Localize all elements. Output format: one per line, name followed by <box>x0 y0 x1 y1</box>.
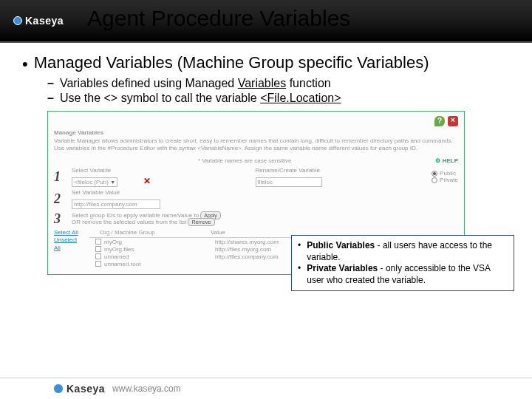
sub-bullets: – Variables defined using Managed Variab… <box>22 77 510 105</box>
public-radio[interactable] <box>432 171 437 177</box>
dash-icon: – <box>47 77 54 90</box>
or-label: OR remove the selected values from the l… <box>72 219 186 225</box>
row-checkbox[interactable] <box>95 246 101 252</box>
footer-url: www.kaseya.com <box>112 383 181 394</box>
select-variable-dropdown[interactable]: <fileloc (Pub) ▼ <box>72 177 117 187</box>
main-bullet: • Managed Variables (Machine Group speci… <box>22 53 510 74</box>
rename-label: Rename/Create Variable <box>256 167 426 174</box>
bullet-text: Managed Variables (Machine Group specifi… <box>34 53 429 74</box>
col-org: Org / Machine Group <box>100 229 211 236</box>
slide-title: Agent Procedure Variables <box>87 6 350 31</box>
step-num-2: 2 <box>54 191 66 207</box>
bullet-icon: • <box>298 263 301 286</box>
unselect-all-link[interactable]: Unselect All <box>54 236 83 252</box>
note-row: * Variable names are case sensitive ⚙ HE… <box>54 157 458 164</box>
case-note: * Variable names are case sensitive <box>198 157 292 164</box>
slide-footer: Kaseya www.kaseya.com <box>0 378 532 395</box>
apply-label: Select group IDs to apply variable name/… <box>72 212 199 219</box>
logo-icon <box>13 16 22 25</box>
step-1: 1 Select Variable <fileloc (Pub) ▼ ✕ Ren… <box>54 167 458 187</box>
delete-icon[interactable]: ✕ <box>143 176 151 186</box>
set-value-label: Set Variable Value <box>72 189 458 196</box>
callout-2: Private Variables - only accessible to t… <box>307 263 508 286</box>
step-num-3: 3 <box>54 211 66 227</box>
help-icon[interactable]: ? <box>434 116 445 126</box>
brand-text: Kaseya <box>25 15 64 27</box>
brand-logo: Kaseya <box>13 15 64 27</box>
step-2: 2 Set Variable Value http://files.compan… <box>54 189 458 209</box>
sub-text-1: Variables defined using Managed Variable… <box>60 77 331 90</box>
scope-radios: Public Private <box>432 170 458 183</box>
step-3: 3 Select group IDs to apply variable nam… <box>54 211 458 227</box>
private-radio[interactable] <box>432 177 437 183</box>
callout-1: Public Variables - all users have access… <box>307 240 508 263</box>
footer-logo: Kaseya <box>53 383 105 395</box>
row-checkbox[interactable] <box>95 261 101 267</box>
select-all-link[interactable]: Select All <box>54 229 83 236</box>
sub-text-2: Use the <> symbol to call the variable <… <box>60 92 341 105</box>
row-checkbox[interactable] <box>95 239 101 245</box>
panel-intro: Variable Manager allows administrators t… <box>54 137 458 153</box>
bullet-icon: • <box>22 55 28 74</box>
select-variable-label: Select Variable <box>72 167 242 174</box>
col-value: Value <box>211 229 225 236</box>
help-link[interactable]: ⚙ HELP <box>435 157 458 164</box>
dash-icon: – <box>47 92 54 105</box>
callout-box: •Public Variables - all users have acces… <box>291 235 514 291</box>
sub-bullet-2: – Use the <> symbol to call the variable… <box>47 92 510 105</box>
close-icon[interactable]: × <box>448 116 458 126</box>
rename-input[interactable]: fileloc <box>256 177 322 187</box>
step-num-1: 1 <box>54 169 66 185</box>
footer-brand: Kaseya <box>66 383 105 395</box>
panel-controls: ? × <box>54 116 458 126</box>
select-links: Select All Unselect All <box>54 229 83 252</box>
logo-icon <box>53 383 64 394</box>
value-input[interactable]: http://files.company.com <box>72 200 160 209</box>
bullet-icon: • <box>298 240 301 263</box>
panel-title: Manage Variables <box>54 129 458 136</box>
remove-button[interactable]: Remove <box>188 218 214 226</box>
row-checkbox[interactable] <box>95 253 101 259</box>
sub-bullet-1: – Variables defined using Managed Variab… <box>47 77 510 90</box>
